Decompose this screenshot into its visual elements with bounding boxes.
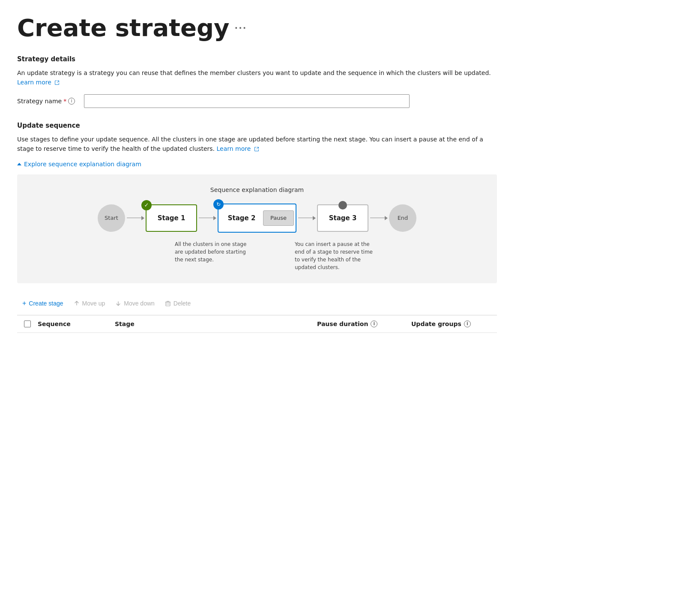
stage2-label: Stage 2 xyxy=(220,206,263,230)
stage-toolbar: + Create stage Move up Move down Dele xyxy=(17,297,497,315)
update-groups-info-icon[interactable]: i xyxy=(464,320,471,327)
strategy-name-label: Strategy name * i xyxy=(17,98,77,105)
table-header: Sequence Stage Pause duration i Update g… xyxy=(17,315,497,333)
explore-diagram-link[interactable]: Explore sequence explanation diagram xyxy=(17,161,497,168)
annotation-2: You can insert a pause at the end of a s… xyxy=(291,240,377,271)
more-options-icon[interactable]: ··· xyxy=(235,23,247,33)
external-link-icon-2 xyxy=(254,147,259,152)
page-title-container: Create strategy ··· xyxy=(17,14,497,42)
check-badge: ✓ xyxy=(141,200,152,210)
stage3-node: Stage 3 xyxy=(317,204,368,232)
arrow-down-icon xyxy=(115,300,121,306)
stage1-node: ✓ Stage 1 xyxy=(146,204,197,232)
gray-dot xyxy=(338,201,347,210)
pause-node: Pause xyxy=(263,210,294,226)
external-link-icon xyxy=(54,80,60,85)
plus-icon: + xyxy=(22,300,26,307)
arrow-1 xyxy=(125,218,146,219)
annotation-1: All the clusters in one stage are update… xyxy=(171,240,257,271)
arrow-4 xyxy=(368,218,389,219)
arrow-3 xyxy=(296,218,317,219)
diagram-flow: Start ✓ Stage 1 ↻ Stage 2 Pause xyxy=(26,204,488,233)
th-pause-duration: Pause duration i xyxy=(317,320,411,327)
move-up-button[interactable]: Move up xyxy=(69,297,111,309)
page-title: Create strategy xyxy=(17,14,230,42)
strategy-name-input[interactable] xyxy=(84,94,410,108)
move-down-button[interactable]: Move down xyxy=(110,297,160,309)
arrow-2 xyxy=(197,218,218,219)
update-sequence-section: Update sequence Use stages to define you… xyxy=(17,122,497,283)
diagram-title: Sequence explanation diagram xyxy=(26,186,488,193)
th-checkbox xyxy=(17,320,38,327)
diagram-annotations: All the clusters in one stage are update… xyxy=(26,240,488,271)
arrow-up-icon xyxy=(74,300,80,306)
stage2-pause-group: ↻ Stage 2 Pause xyxy=(218,204,296,233)
strategy-details-section: Strategy details An update strategy is a… xyxy=(17,55,497,108)
update-sequence-description: Use stages to define your update sequenc… xyxy=(17,135,497,154)
th-update-groups: Update groups i xyxy=(411,320,497,327)
required-indicator: * xyxy=(63,98,66,105)
trash-icon xyxy=(165,300,171,306)
chevron-up-icon xyxy=(17,163,21,165)
delete-button[interactable]: Delete xyxy=(160,297,196,309)
strategy-name-row: Strategy name * i xyxy=(17,94,497,108)
th-stage: Stage xyxy=(115,320,317,327)
strategy-details-description: An update strategy is a strategy you can… xyxy=(17,68,497,87)
strategy-details-learn-more[interactable]: Learn more xyxy=(17,79,60,86)
update-sequence-learn-more[interactable]: Learn more xyxy=(216,145,259,152)
end-node: End xyxy=(389,204,416,232)
create-stage-button[interactable]: + Create stage xyxy=(17,297,69,310)
pause-duration-info-icon[interactable]: i xyxy=(371,320,377,327)
update-sequence-title: Update sequence xyxy=(17,122,497,129)
refresh-badge: ↻ xyxy=(213,199,224,210)
svg-rect-0 xyxy=(166,302,170,306)
th-sequence: Sequence xyxy=(38,320,115,327)
strategy-details-title: Strategy details xyxy=(17,55,497,63)
start-node: Start xyxy=(98,204,125,232)
select-all-checkbox[interactable] xyxy=(24,320,31,327)
strategy-name-info-icon[interactable]: i xyxy=(68,98,75,105)
sequence-diagram: Sequence explanation diagram Start ✓ Sta… xyxy=(17,174,497,283)
